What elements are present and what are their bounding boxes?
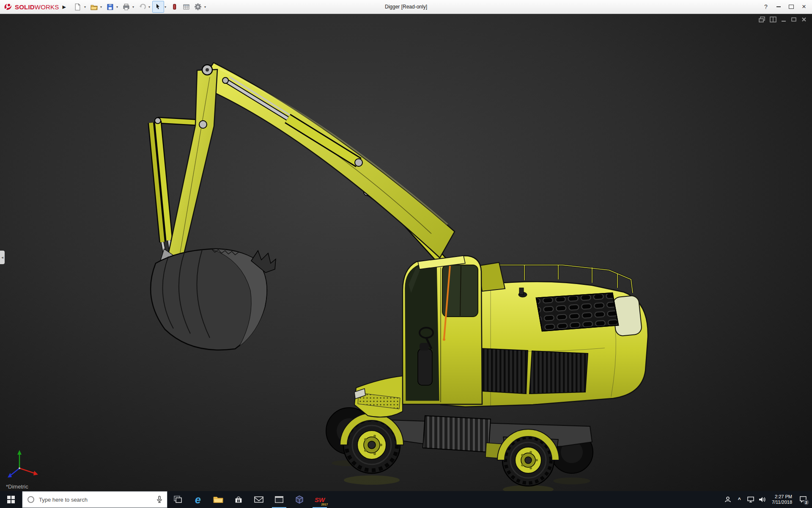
- titlebar: SOLIDWORKS ▶ ▾ ▾ ▾: [0, 0, 812, 14]
- exhaust-stack: [519, 288, 524, 295]
- menu-expand-icon[interactable]: ▶: [63, 4, 66, 10]
- maximize-icon: [789, 5, 794, 9]
- options-button[interactable]: [192, 1, 204, 13]
- stick-assembly[interactable]: [151, 65, 217, 276]
- file-explorer-button[interactable]: [208, 491, 228, 508]
- mail-button[interactable]: [249, 491, 269, 508]
- network-button[interactable]: [745, 491, 757, 508]
- axis-triad: [8, 450, 38, 478]
- save-icon: [107, 3, 114, 11]
- notification-badge: 2: [804, 500, 809, 505]
- select-dropdown-icon[interactable]: ▾: [165, 5, 166, 9]
- action-center-button[interactable]: 2: [796, 491, 810, 508]
- undo-button[interactable]: [136, 1, 148, 13]
- appearance-icon: [171, 3, 178, 10]
- start-icon: [7, 496, 15, 503]
- cube-app-icon: [295, 495, 304, 504]
- close-doc-icon[interactable]: [801, 17, 807, 22]
- taskbar: Type here to search e: [0, 491, 812, 508]
- mail-icon: [254, 495, 264, 504]
- boom-mount: [478, 262, 505, 291]
- save-button[interactable]: [104, 1, 116, 13]
- taskbar-search[interactable]: Type here to search: [22, 491, 167, 508]
- side-grille-right: [529, 351, 588, 394]
- stick[interactable]: [165, 69, 217, 273]
- new-document-icon: [74, 3, 81, 11]
- tray-overflow-button[interactable]: ^: [734, 491, 745, 508]
- print-button[interactable]: [120, 1, 132, 13]
- stick-cylinder[interactable]: [222, 77, 362, 166]
- solidworks-app-button[interactable]: SW 2017: [310, 491, 330, 508]
- seat: [418, 349, 432, 385]
- open-icon: [91, 3, 98, 11]
- minimize-doc-icon[interactable]: [781, 17, 787, 22]
- network-icon: [747, 496, 754, 503]
- select-arrow-icon: [155, 3, 162, 10]
- file-explorer-icon: [213, 495, 223, 504]
- taskbar-clock[interactable]: 2:27 PM 7/11/2018: [768, 494, 796, 505]
- undo-icon: [139, 3, 146, 11]
- brand-text: SOLIDWORKS: [15, 3, 59, 11]
- options-gear-icon: [194, 3, 202, 11]
- options-dropdown-icon[interactable]: ▾: [204, 5, 206, 9]
- open-button[interactable]: [88, 1, 100, 13]
- store-icon: [234, 495, 243, 504]
- cascade-icon[interactable]: [759, 17, 765, 22]
- restore-doc-icon[interactable]: [791, 17, 797, 22]
- graphics-area[interactable]: ◂ *Dimetric: [0, 14, 812, 491]
- print-dropdown-icon[interactable]: ▾: [132, 5, 134, 9]
- task-view-button[interactable]: [167, 491, 188, 508]
- view-orientation-label: *Dimetric: [6, 483, 28, 490]
- system-tray: ^ 2:27 PM 7/11/2018 2: [722, 491, 812, 508]
- appearance-button[interactable]: [168, 1, 180, 13]
- document-window-controls: [759, 17, 807, 22]
- task-view-icon: [173, 495, 182, 504]
- feature-panel-collapse-tab[interactable]: ◂: [0, 251, 5, 264]
- clock-time: 2:27 PM: [772, 494, 792, 500]
- volume-button[interactable]: [757, 491, 768, 508]
- save-dropdown-icon[interactable]: ▾: [116, 5, 118, 9]
- solidworks-app-icon: SW 2017: [315, 496, 325, 503]
- minimize-button[interactable]: [772, 1, 785, 13]
- people-icon: [724, 496, 732, 503]
- undo-dropdown-icon[interactable]: ▾: [148, 5, 150, 9]
- edge-button[interactable]: e: [188, 491, 208, 508]
- ds-logo-icon: [3, 3, 13, 11]
- open-dropdown-icon[interactable]: ▾: [100, 5, 102, 9]
- store-button[interactable]: [228, 491, 249, 508]
- volume-icon: [758, 496, 766, 503]
- cab[interactable]: [354, 256, 482, 417]
- print-icon: [123, 3, 130, 11]
- cortana-icon: [27, 495, 35, 504]
- start-button[interactable]: [0, 491, 22, 508]
- close-button[interactable]: ×: [798, 1, 810, 13]
- split-icon[interactable]: [770, 17, 776, 22]
- maximize-button[interactable]: [785, 1, 798, 13]
- select-tool-button[interactable]: [152, 1, 164, 13]
- design-table-icon: [183, 3, 190, 11]
- edge-icon: e: [195, 494, 201, 506]
- new-dropdown-icon[interactable]: ▾: [84, 5, 86, 9]
- help-button[interactable]: ?: [760, 1, 772, 13]
- sw-year-label: 2017: [321, 503, 328, 506]
- tray-chevron-icon: ^: [738, 497, 741, 502]
- excavator-model[interactable]: [0, 14, 812, 491]
- window-controls: ? ×: [760, 1, 812, 13]
- clock-date: 7/11/2018: [772, 500, 792, 505]
- app-window-button[interactable]: [269, 491, 289, 508]
- design-table-button[interactable]: [180, 1, 192, 13]
- app-window-icon: [274, 495, 284, 504]
- microphone-icon[interactable]: [156, 496, 163, 503]
- engine-grille[interactable]: [536, 293, 618, 331]
- boom[interactable]: [199, 63, 455, 258]
- people-button[interactable]: [722, 491, 734, 508]
- cube-app-button[interactable]: [289, 491, 310, 508]
- new-document-button[interactable]: [72, 1, 84, 13]
- bucket[interactable]: [151, 249, 276, 350]
- minimize-icon: [776, 6, 781, 7]
- standard-toolbar: ▾ ▾ ▾ ▾ ▾: [72, 1, 208, 13]
- solidworks-logo: SOLIDWORKS: [0, 3, 61, 11]
- search-placeholder: Type here to search: [39, 497, 152, 503]
